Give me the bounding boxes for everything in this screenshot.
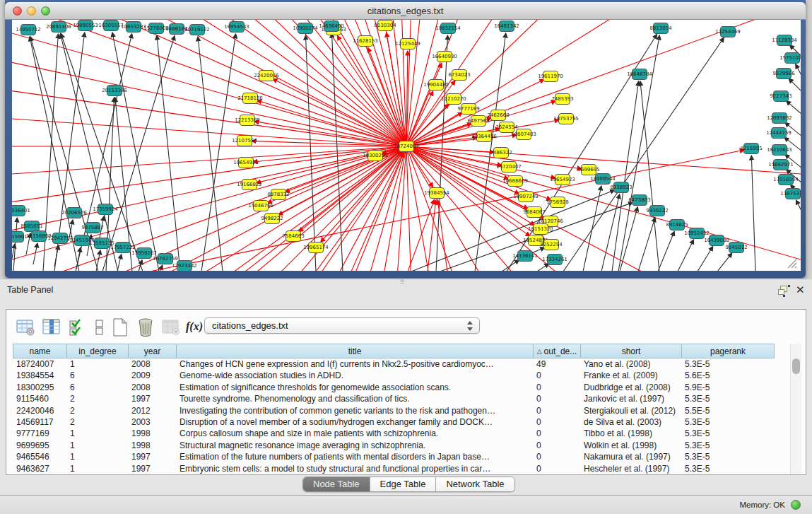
graph-node-3915901[interactable]: 3915901	[12, 232, 28, 243]
cell-name: 9465546	[13, 451, 66, 462]
graph-node-8813054[interactable]: 8813054	[649, 23, 672, 34]
graph-node-9245012[interactable]: 9245012	[725, 243, 747, 253]
graph-node-10688609[interactable]: 10688609	[502, 176, 528, 187]
svg-text:16481342: 16481342	[494, 23, 519, 29]
graph-node-7462660[interactable]: 7462660	[487, 110, 509, 121]
graph-node-8878332[interactable]: 8878332	[267, 189, 289, 200]
column-header-title[interactable]: title	[176, 344, 533, 358]
delete-table-icon[interactable]	[160, 317, 182, 338]
table-row[interactable]: 977716911998Corpus callosum shape and si…	[13, 428, 775, 439]
graph-node-11254469[interactable]: 11254469	[715, 27, 741, 37]
table-row[interactable]: 1456911722003Disruption of a novel membe…	[13, 416, 775, 428]
table-row[interactable]: 2242004622012Investigating the contribut…	[13, 405, 775, 416]
graph-node-17016504[interactable]: 17016504	[773, 175, 799, 185]
graph-node-8914825[interactable]: 8914825	[666, 220, 688, 230]
graph-node-8938923[interactable]: 8938923	[610, 182, 632, 193]
graph-node-17359924[interactable]: 17359924	[93, 204, 118, 215]
svg-text:20364456: 20364456	[471, 134, 497, 139]
table-selector-dropdown[interactable]: citations_edges.txt	[204, 317, 480, 334]
table-row[interactable]: 969969511998Structural magnetic resonanc…	[13, 440, 775, 451]
graph-node-20153346[interactable]: 20153346	[102, 86, 127, 96]
graph-node-10654923[interactable]: 10654923	[233, 158, 259, 168]
graph-node-19166822[interactable]: 19166822	[237, 180, 262, 190]
graph-edge	[12, 20, 406, 146]
svg-text:12923442: 12923442	[172, 263, 197, 269]
svg-text:8914825: 8914825	[666, 222, 688, 228]
graph-node-14055712[interactable]: 14055712	[16, 25, 41, 35]
graph-node-10653287[interactable]: 10653287	[121, 22, 146, 33]
graph-node-12107554[interactable]: 12107554	[232, 136, 257, 146]
graph-node-10719122[interactable]: 10719122	[184, 25, 210, 35]
graph-node-12213369[interactable]: 12213369	[235, 115, 260, 126]
sort-ascending-icon: △	[537, 344, 542, 358]
column-header-in_degree[interactable]: in_degree	[66, 344, 128, 358]
graph-node-7486322[interactable]: 7486322	[490, 148, 512, 158]
vertical-scrollbar[interactable]	[790, 344, 801, 474]
graph-node-12336401[interactable]: 12336401	[12, 206, 30, 216]
graph-node-7485393[interactable]: 7485393	[551, 94, 573, 105]
new-table-icon[interactable]	[110, 317, 131, 338]
graph-node-9227343[interactable]: 9227343	[770, 91, 792, 102]
graph-node-16305557[interactable]: 16305557	[98, 21, 124, 31]
graph-node-15751074[interactable]: 15751074	[779, 53, 801, 64]
graph-node-11128334[interactable]: 11128334	[772, 35, 797, 46]
graph-node-16210643[interactable]: 16210643	[767, 145, 792, 156]
graph-node-9930222[interactable]: 9930222	[646, 206, 668, 216]
table-row[interactable]: 1872400712008Changes of HCN gene express…	[13, 358, 775, 370]
graph-node-9699695[interactable]: 9699695	[577, 165, 599, 175]
window-titlebar[interactable]: citations_edges.txt	[5, 2, 806, 20]
graph-node-19890553[interactable]: 19890553	[73, 21, 98, 31]
graph-node-12093832[interactable]: 12093832	[767, 113, 792, 124]
graph-node-12444159[interactable]: 12444159	[766, 128, 792, 139]
graph-node-16481342[interactable]: 16481342	[494, 21, 519, 32]
delete-entries-icon[interactable]	[135, 317, 156, 338]
tab-network-table[interactable]: Network Table	[436, 477, 514, 491]
graph-node-15692971[interactable]: 15692971	[768, 160, 794, 170]
splitter-grip[interactable]: ⠿	[400, 281, 410, 285]
graph-node-11675330[interactable]: 11675330	[780, 189, 801, 199]
graph-node-19654923[interactable]: 19654923	[550, 175, 575, 185]
graph-node-22420046[interactable]: 22420046	[254, 71, 279, 81]
graph-node-9756928[interactable]: 9756928	[546, 197, 568, 208]
graph-node-18832154[interactable]: 18832154	[435, 23, 461, 34]
table-row[interactable]: 1938455462009Genome-wide association stu…	[13, 370, 775, 381]
column-header-year[interactable]: year	[128, 344, 176, 358]
show-columns-icon[interactable]	[41, 317, 62, 338]
network-canvas[interactable]: 1872400722420046217181261221336912107554…	[12, 20, 801, 271]
graph-node-8252254[interactable]: 8252254	[540, 240, 563, 250]
graph-node-19611970[interactable]: 19611970	[538, 71, 563, 82]
graph-node-21718126[interactable]: 21718126	[237, 93, 263, 104]
graph-node-16640930[interactable]: 16640930	[432, 52, 457, 62]
canvas-resize-grip[interactable]	[788, 259, 796, 268]
column-header-name[interactable]: name	[13, 344, 66, 358]
graph-node-8215955[interactable]: 8215955	[740, 144, 762, 154]
graph-edge	[273, 79, 406, 146]
graph-node-16954543[interactable]: 16954543	[224, 22, 249, 33]
memory-status-icon[interactable]	[791, 500, 801, 510]
float-panel-icon[interactable]	[778, 286, 790, 296]
scrollbar-thumb[interactable]	[792, 358, 800, 374]
table-row[interactable]: 946362711997Embryonic stem cells: a mode…	[13, 463, 775, 474]
graph-node-8585051[interactable]: 8585051	[20, 221, 42, 232]
tab-node-table[interactable]: Node Table	[303, 477, 370, 491]
graph-node-16648784[interactable]: 16648784	[627, 69, 652, 80]
column-header-short[interactable]: short	[580, 344, 681, 358]
graph-node-9329966[interactable]: 9329966	[772, 69, 795, 79]
select-all-icon[interactable]	[67, 317, 88, 338]
tab-edge-table[interactable]: Edge Table	[370, 477, 437, 491]
cell-pagerank: 5.3E-5	[681, 451, 775, 462]
graph-node-15720407[interactable]: 15720407	[496, 162, 522, 173]
graph-node-19384554[interactable]: 19384554	[424, 188, 449, 199]
graph-node-10807483[interactable]: 10807483	[511, 129, 536, 140]
column-header-out_de[interactable]: △out_de...	[533, 344, 580, 358]
clear-selection-icon[interactable]	[90, 317, 111, 338]
table-row[interactable]: 1830029562008Estimation of significance …	[13, 382, 775, 393]
graph-node-18753795[interactable]: 18753795	[553, 114, 579, 124]
graph-node-20206576[interactable]: 20206576	[61, 208, 87, 218]
citation-network-graph[interactable]: 1872400722420046217181261221336912107554…	[12, 20, 801, 271]
column-header-pagerank[interactable]: pagerank	[681, 344, 775, 358]
table-settings-icon[interactable]	[15, 317, 36, 338]
table-row[interactable]: 911546021997Tourette syndrome. Phenomeno…	[13, 393, 775, 404]
table-row[interactable]: 946554611997Estimation of the future num…	[13, 451, 775, 462]
close-panel-icon[interactable]: ✕	[796, 284, 805, 296]
